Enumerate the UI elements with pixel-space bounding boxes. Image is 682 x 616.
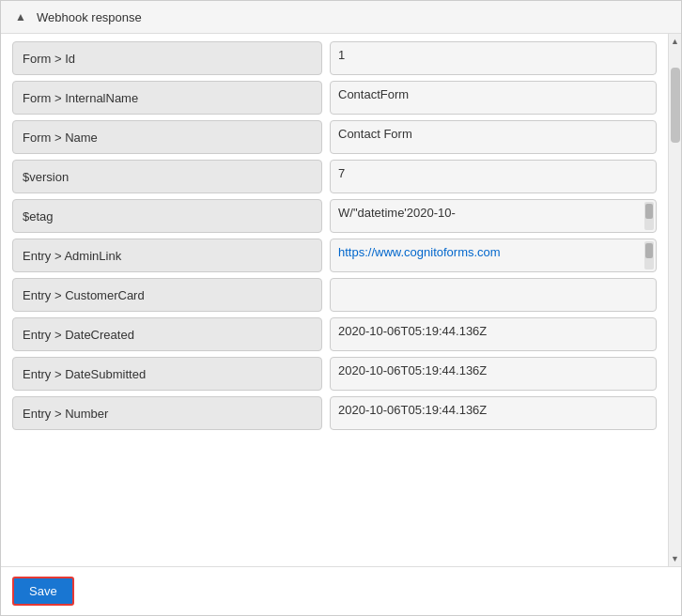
field-value-4: W/"datetime'2020-10- — [330, 199, 657, 233]
scrollbar-up-arrow[interactable]: ▲ — [669, 34, 682, 49]
field-label-2: Form > Name — [12, 120, 322, 154]
field-row: Entry > DateSubmitted2020-10-06T05:19:44… — [12, 357, 657, 391]
save-button[interactable]: Save — [12, 577, 74, 606]
field-row: Form > NameContact Form — [12, 120, 657, 154]
field-label-9: Entry > Number — [12, 396, 322, 430]
panel-header: ▲ Webhook response — [1, 1, 681, 34]
field-row: $etagW/"datetime'2020-10- — [12, 199, 657, 233]
field-value-8: 2020-10-06T05:19:44.136Z — [330, 357, 657, 391]
scrollbar-down-arrow[interactable]: ▼ — [669, 551, 682, 566]
field-value-1: ContactForm — [330, 81, 657, 115]
field-mini-scrollbar-thumb — [645, 243, 653, 258]
field-row: $version7 — [12, 160, 657, 193]
field-value-7: 2020-10-06T05:19:44.136Z — [330, 317, 657, 351]
field-value-3: 7 — [330, 160, 657, 193]
field-row: Form > InternalNameContactForm — [12, 81, 657, 115]
field-label-8: Entry > DateSubmitted — [12, 357, 322, 391]
field-mini-scrollbar[interactable] — [644, 202, 654, 230]
field-row: Entry > AdminLinkhttps://www.cognitoform… — [12, 239, 657, 272]
field-value-9: 2020-10-06T05:19:44.136Z — [330, 396, 657, 430]
field-row: Entry > Number2020-10-06T05:19:44.136Z — [12, 396, 657, 430]
field-value-0: 1 — [330, 41, 657, 75]
field-value-6 — [330, 278, 657, 312]
webhook-response-panel: ▲ Webhook response Form > Id1Form > Inte… — [0, 0, 682, 616]
content-area: Form > Id1Form > InternalNameContactForm… — [1, 34, 681, 566]
field-value-5: https://www.cognitoforms.com — [330, 239, 657, 272]
field-mini-scrollbar[interactable] — [644, 241, 654, 270]
field-value-2: Contact Form — [330, 120, 657, 154]
field-label-0: Form > Id — [12, 41, 322, 75]
panel-footer: Save — [1, 566, 681, 615]
field-label-7: Entry > DateCreated — [12, 317, 322, 351]
field-label-6: Entry > CustomerCard — [12, 278, 322, 312]
field-label-1: Form > InternalName — [12, 81, 322, 115]
collapse-icon[interactable]: ▲ — [12, 8, 29, 25]
fields-container: Form > Id1Form > InternalNameContactForm… — [1, 34, 668, 566]
field-mini-scrollbar-thumb — [645, 204, 653, 219]
field-row: Entry > CustomerCard — [12, 278, 657, 312]
field-label-3: $version — [12, 160, 322, 193]
scrollbar-track[interactable]: ▲ ▼ — [668, 34, 681, 566]
field-row: Entry > DateCreated2020-10-06T05:19:44.1… — [12, 317, 657, 351]
field-row: Form > Id1 — [12, 41, 657, 75]
panel-title: Webhook response — [37, 10, 142, 24]
scrollbar-thumb[interactable] — [671, 68, 680, 143]
field-label-4: $etag — [12, 199, 322, 233]
field-label-5: Entry > AdminLink — [12, 239, 322, 272]
